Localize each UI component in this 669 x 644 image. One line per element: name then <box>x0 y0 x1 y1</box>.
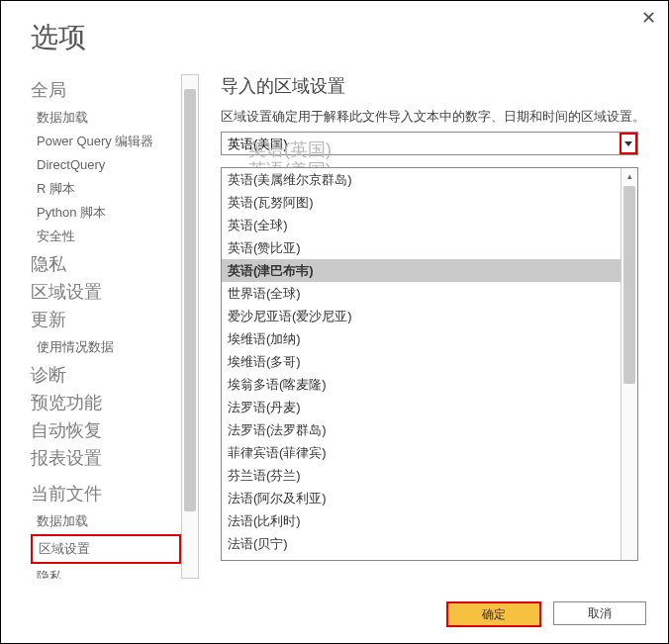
dropdown-option[interactable] <box>222 555 621 559</box>
nav-item[interactable]: 安全性 <box>31 225 181 248</box>
nav-header-current: 当前文件 <box>31 482 181 506</box>
dropdown-option[interactable]: 英语(美属维尔京群岛) <box>222 168 621 191</box>
nav-item[interactable]: 隐私 <box>31 565 181 579</box>
main-panel: 导入的区域设置 区域设置确定用于解释此文件导入文本中的数字、日期和时间的区域设置… <box>199 74 668 579</box>
chevron-down-icon[interactable] <box>620 133 637 154</box>
close-icon[interactable]: ✕ <box>641 9 656 27</box>
nav-scrollbar[interactable] <box>181 74 199 579</box>
dialog-title: 选项 <box>31 19 668 56</box>
dropdown-option[interactable]: 埃维语(加纳) <box>222 327 621 350</box>
dropdown-option[interactable]: 爱沙尼亚语(爱沙尼亚) <box>222 305 621 327</box>
dropdown-option-selected[interactable]: 英语(津巴布韦) <box>222 259 621 282</box>
nav-sidebar: 全局 数据加载 Power Query 编辑器 DirectQuery R 脚本… <box>31 74 181 579</box>
dropdown-option[interactable]: 埃翁多语(喀麦隆) <box>222 373 621 396</box>
dropdown-option[interactable]: 芬兰语(芬兰) <box>222 464 621 487</box>
nav-sub[interactable]: 报表设置 <box>31 446 181 470</box>
nav-item[interactable]: 使用情况数据 <box>31 335 181 359</box>
ok-button[interactable]: 确定 <box>446 601 541 627</box>
cancel-button[interactable]: 取消 <box>553 601 646 625</box>
dropdown-option[interactable]: 英语(赞比亚) <box>222 236 621 259</box>
dropdown-option[interactable]: 菲律宾语(菲律宾) <box>222 441 621 464</box>
nav-item[interactable]: 数据加载 <box>31 509 181 533</box>
section-description: 区域设置确定用于解释此文件导入文本中的数字、日期和时间的区域设置。 <box>221 108 650 126</box>
nav-sub[interactable]: 更新 <box>31 308 181 331</box>
dropdown-option[interactable]: 法语(阿尔及利亚) <box>222 487 621 509</box>
options-dialog: ✕ 选项 全局 数据加载 Power Query 编辑器 DirectQuery… <box>0 0 669 644</box>
nav-item[interactable]: Python 脚本 <box>31 201 181 225</box>
nav-sub[interactable]: 诊断 <box>31 363 181 387</box>
scrollbar-thumb[interactable] <box>184 89 196 511</box>
scroll-up-icon[interactable]: ▴ <box>621 171 637 181</box>
dropdown-scrollbar[interactable]: ▴ <box>621 168 637 560</box>
dropdown-option[interactable]: 法语(比利时) <box>222 509 621 532</box>
nav-item[interactable]: Power Query 编辑器 <box>31 130 181 153</box>
nav-sub[interactable]: 区域设置 <box>31 280 181 304</box>
nav-item[interactable]: 数据加载 <box>31 106 181 130</box>
nav-sub[interactable]: 自动恢复 <box>31 418 181 442</box>
dropdown-option[interactable]: 法语(贝宁) <box>222 532 621 555</box>
nav-item[interactable]: DirectQuery <box>31 153 181 177</box>
nav-item[interactable]: R 脚本 <box>31 177 181 201</box>
section-heading: 导入的区域设置 <box>221 74 650 98</box>
dropdown-option[interactable]: 世界语(全球) <box>222 282 621 305</box>
dropdown-options: 英语(美属维尔京群岛) 英语(瓦努阿图) 英语(全球) 英语(赞比亚) 英语(津… <box>222 168 621 560</box>
scrollbar-thumb[interactable] <box>623 186 635 384</box>
nav-header-global: 全局 <box>31 78 181 102</box>
nav-sub[interactable]: 隐私 <box>31 252 181 276</box>
nav-sub[interactable]: 预览功能 <box>31 391 181 414</box>
locale-dropdown[interactable]: 英语(美国) <box>221 132 638 155</box>
dropdown-option[interactable]: 埃维语(多哥) <box>222 350 621 373</box>
locale-selected: 英语(美国) <box>222 133 637 156</box>
nav-item-locale[interactable]: 区域设置 <box>31 534 181 564</box>
dropdown-option[interactable]: 法罗语(法罗群岛) <box>222 418 621 441</box>
dropdown-option[interactable]: 英语(全球) <box>222 214 621 236</box>
dropdown-option[interactable]: 英语(瓦努阿图) <box>222 191 621 214</box>
dropdown-option[interactable]: 法罗语(丹麦) <box>222 396 621 418</box>
locale-dropdown-list: 英语(美属维尔京群岛) 英语(瓦努阿图) 英语(全球) 英语(赞比亚) 英语(津… <box>221 167 638 561</box>
